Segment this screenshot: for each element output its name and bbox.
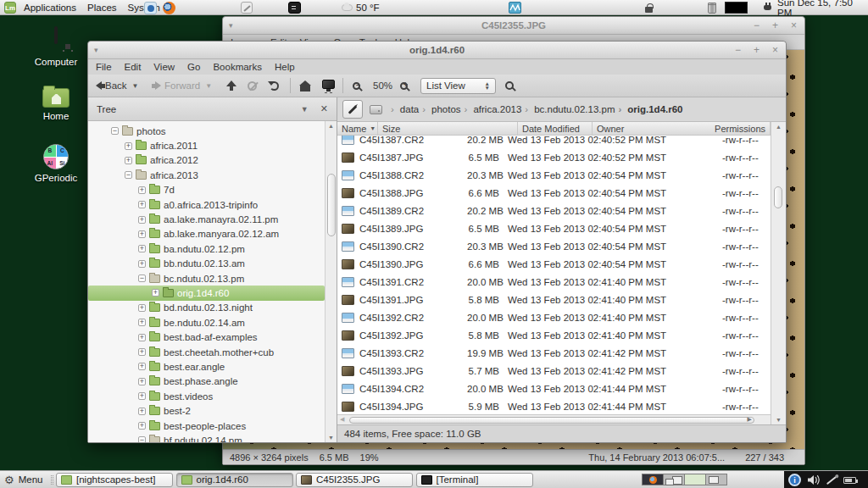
drive-icon[interactable] <box>370 105 382 114</box>
workspace-cell[interactable] <box>705 474 727 485</box>
file-row[interactable]: C45I1393.CR2 19.9 MB Wed 13 Feb 2013 02:… <box>337 344 771 362</box>
tree-item[interactable]: + best.ear.angle <box>88 359 325 374</box>
tree-item[interactable]: + 7d <box>88 183 325 197</box>
workspace-cell[interactable] <box>642 474 664 485</box>
forward-button[interactable]: Forward ▼ <box>155 75 212 97</box>
tree-item[interactable]: + bd.ndutu.02.13.night <box>88 301 325 315</box>
file-row[interactable]: C45I1390.JPG 6.6 MB Wed 13 Feb 2013 02:4… <box>337 255 771 273</box>
file-row[interactable]: C45I1389.JPG 6.5 MB Wed 13 Feb 2013 02:4… <box>337 219 771 237</box>
search-button[interactable] <box>505 75 514 97</box>
zoom-in-button[interactable]: + <box>400 75 408 97</box>
file-row[interactable]: C45I1387.CR2 20.2 MB Wed 13 Feb 2013 02:… <box>337 136 771 148</box>
tree-item[interactable]: − photos <box>88 124 325 138</box>
breadcrumb-item[interactable]: africa.2013 <box>463 104 524 114</box>
breadcrumb-item[interactable]: data <box>389 104 420 114</box>
file-row[interactable]: C45I1388.JPG 6.6 MB Wed 13 Feb 2013 02:4… <box>337 184 771 202</box>
window-menu-icon[interactable]: ▾ <box>94 46 98 54</box>
file-row[interactable]: C45I1392.JPG 5.8 MB Wed 13 Feb 2013 02:4… <box>337 326 771 344</box>
scroll-up-icon[interactable]: ▲ <box>771 124 786 130</box>
fm-titlebar[interactable]: ▾ orig.1d4.r60 <box>88 42 786 59</box>
tree-expander[interactable]: + <box>125 157 132 164</box>
power-icon[interactable] <box>764 0 771 15</box>
tree-item[interactable]: + best.videos <box>88 389 325 403</box>
tree-item[interactable]: + ab.lake.manyara.02.12.am <box>88 227 325 241</box>
fm-menu-item[interactable]: File <box>96 62 112 72</box>
fm-menu-item[interactable]: Edit <box>125 62 142 72</box>
tree-item[interactable]: − bf.ndutu.02.14.pm <box>88 433 325 442</box>
fm-menu-item[interactable]: Go <box>187 62 200 72</box>
tree-expander[interactable]: + <box>138 422 146 430</box>
volume-icon[interactable] <box>807 474 820 485</box>
tree-item[interactable]: + best.cheetah.mother+cub <box>88 345 325 359</box>
sidebar-close-icon[interactable]: ✕ <box>320 103 328 114</box>
panel-menu-item[interactable]: Applications <box>24 3 76 13</box>
back-dropdown-icon[interactable]: ▼ <box>132 82 139 90</box>
tree-expander[interactable]: + <box>138 186 146 194</box>
file-row[interactable]: C45I1390.CR2 20.3 MB Wed 13 Feb 2013 02:… <box>337 237 771 255</box>
tree-item[interactable]: + best-2 <box>88 403 325 418</box>
zoom-out-button[interactable]: – <box>353 75 360 97</box>
tree-scrollbar[interactable]: ▲ ▼ <box>325 121 337 442</box>
file-row[interactable]: C45I1391.JPG 5.8 MB Wed 13 Feb 2013 02:4… <box>337 291 771 308</box>
terminal-launcher-icon[interactable] <box>288 0 301 15</box>
taskbar-window-button[interactable]: orig.1d4.r60 <box>176 473 293 487</box>
horizontal-scrollbar-thumb[interactable] <box>349 417 754 424</box>
update-manager-icon[interactable]: i <box>788 474 801 486</box>
fm-menu-item[interactable]: Help <box>275 62 295 72</box>
breadcrumb-item[interactable]: orig.1d4.r60 <box>616 104 684 114</box>
tree-item[interactable]: + best.phase.angle <box>88 374 325 389</box>
clock[interactable]: Sun Dec 15, 7:50 PM <box>777 0 868 15</box>
panel-menu-item[interactable]: Places <box>87 3 117 13</box>
edit-location-button[interactable] <box>342 100 363 119</box>
refresh-button[interactable] <box>270 75 279 97</box>
tree-expander[interactable]: + <box>138 334 146 341</box>
workspace-cell[interactable] <box>663 474 685 485</box>
tree-item[interactable]: + best-people-places <box>88 419 325 433</box>
minimize-button[interactable] <box>751 20 762 30</box>
monitor-applet-icon[interactable] <box>509 0 521 15</box>
home-button[interactable] <box>300 75 310 97</box>
column-header[interactable]: Date Modified <box>518 122 593 135</box>
file-row[interactable]: C45I1393.JPG 5.7 MB Wed 13 Feb 2013 02:4… <box>337 362 771 380</box>
tree-item[interactable]: + orig.1d4.r60 <box>88 286 325 300</box>
file-row[interactable]: C45I1392.CR2 20.0 MB Wed 13 Feb 2013 02:… <box>337 308 771 326</box>
view-mode-select[interactable]: List View▲▼ <box>420 75 496 97</box>
file-row[interactable]: C45I1394.JPG 5.9 MB Wed 13 Feb 2013 02:4… <box>337 397 771 414</box>
fm-menu-item[interactable]: View <box>153 62 175 72</box>
horizontal-scrollbar[interactable]: ◀ ▶ <box>337 414 771 424</box>
tree-item[interactable]: + africa.2011 <box>88 138 325 152</box>
column-header[interactable]: Size <box>378 122 518 135</box>
taskbar-window-button[interactable]: C45I2355.JPG <box>296 473 413 487</box>
tree-expander[interactable]: + <box>138 260 146 268</box>
computer-button[interactable] <box>322 75 335 97</box>
scroll-down-icon[interactable]: ▼ <box>326 435 337 441</box>
scroll-down-icon[interactable]: ▼ <box>771 417 786 423</box>
tree-item[interactable]: + aa.lake.manayra.02.11.pm <box>88 212 325 226</box>
scroll-up-icon[interactable]: ▲ <box>326 123 337 129</box>
maximize-button[interactable] <box>751 45 762 55</box>
taskbar-menu-button[interactable]: ⚙ Menu <box>4 471 42 488</box>
tree-item[interactable]: + best.bad-af-examples <box>88 330 325 344</box>
taskbar-window-button[interactable]: [Terminal] <box>416 473 533 487</box>
workspace-cell[interactable] <box>684 474 706 485</box>
tree-expander[interactable]: + <box>138 230 146 238</box>
desktop-icon-home[interactable]: Home <box>32 85 80 121</box>
tools-applet-icon[interactable] <box>241 0 253 15</box>
tree-expander[interactable]: + <box>138 319 146 326</box>
scroll-right-icon[interactable]: ▶ <box>748 416 752 423</box>
scroll-left-icon[interactable]: ◀ <box>340 416 344 423</box>
list-scrollbar[interactable]: ▲ ▼ <box>771 122 786 424</box>
stop-button[interactable] <box>248 75 257 97</box>
tree-item[interactable]: − bc.ndutu.02.13.pm <box>88 271 325 286</box>
maximize-button[interactable] <box>770 20 781 30</box>
tree-item[interactable]: − africa.2013 <box>88 168 325 182</box>
mint-menu-icon[interactable]: Lm <box>4 0 16 15</box>
tree-expander[interactable]: + <box>138 363 146 370</box>
file-row[interactable]: C45I1389.CR2 20.2 MB Wed 13 Feb 2013 02:… <box>337 202 771 219</box>
fm-menu-item[interactable]: Bookmarks <box>213 62 262 72</box>
tree-expander[interactable]: − <box>125 171 132 179</box>
tree-expander[interactable]: + <box>138 348 146 356</box>
column-header[interactable]: Owner <box>593 122 710 135</box>
window-menu-icon[interactable]: ▾ <box>229 21 233 30</box>
close-button[interactable] <box>788 20 799 30</box>
